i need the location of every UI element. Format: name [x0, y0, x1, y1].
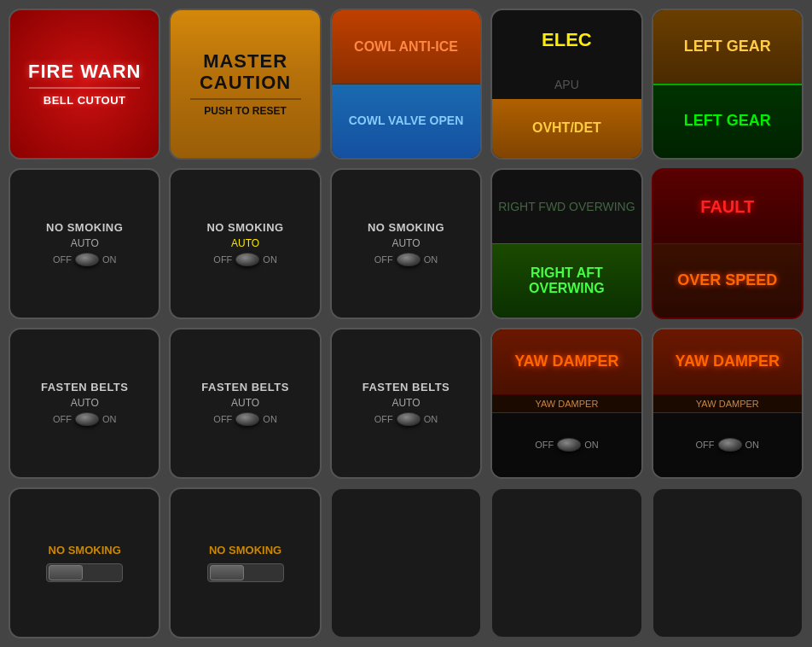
no-smoking-3-knob[interactable] — [397, 253, 420, 266]
no-smoking-2-button[interactable]: NO SMOKING AUTO OFF ON — [169, 168, 321, 319]
fire-warn-button[interactable]: FIRE WARN BELL CUTOUT — [9, 9, 160, 160]
gear-top-label: LEFT GEAR — [684, 38, 771, 55]
fault-button[interactable]: FAULT OVER SPEED — [652, 168, 803, 319]
fasten-belts-3-row: OFF ON — [374, 412, 438, 426]
fasten-belts-1-title: FASTEN BELTS — [41, 381, 129, 393]
yaw-damper-2-top-label: YAW DAMPER — [676, 353, 780, 370]
gear-top: LEFT GEAR — [653, 10, 802, 84]
no-smoking-3-off-label: OFF — [374, 254, 393, 265]
fasten-belts-2-off-label: OFF — [213, 414, 232, 424]
yaw-damper-1-top-label: YAW DAMPER — [514, 353, 618, 370]
master-caution-divider — [190, 98, 301, 100]
yaw-damper-1-mid-label: YAW DAMPER — [535, 399, 598, 409]
cowl-anti-ice-button[interactable]: COWL ANTI-ICE COWL VALVE OPEN — [330, 9, 482, 160]
fasten-belts-2-knob[interactable] — [235, 412, 259, 426]
fire-warn-bottom-label: BELL CUTOUT — [44, 94, 126, 107]
fault-bottom-label: OVER SPEED — [677, 272, 777, 289]
fault-top-label: FAULT — [700, 197, 754, 217]
yaw-damper-2-off-label: OFF — [696, 440, 715, 450]
yaw-damper-1-knob[interactable] — [557, 438, 581, 452]
fire-warn-top-label: FIRE WARN — [28, 61, 141, 82]
no-smoking-1-off-label: OFF — [53, 254, 72, 265]
no-smoking-3-button[interactable]: NO SMOKING AUTO OFF ON — [330, 168, 482, 319]
yaw-damper-1-button[interactable]: YAW DAMPER YAW DAMPER OFF ON — [490, 328, 642, 479]
elec-button[interactable]: ELEC APU OVHT/DET — [490, 9, 642, 160]
master-caution-button[interactable]: MASTER CAUTION PUSH TO RESET — [169, 9, 321, 160]
no-smoking-2-on-label: ON — [263, 254, 277, 265]
fasten-belts-2-title: FASTEN BELTS — [201, 381, 289, 393]
no-smoking-2-title: NO SMOKING — [206, 221, 283, 234]
fault-bottom: OVER SPEED — [653, 243, 802, 318]
yaw-damper-2-top: YAW DAMPER — [653, 329, 802, 394]
yaw-damper-1-top: YAW DAMPER — [492, 329, 641, 394]
fasten-belts-3-button[interactable]: FASTEN BELTS AUTO OFF ON — [330, 328, 482, 479]
fasten-belts-1-off-label: OFF — [53, 414, 72, 424]
yaw-damper-1-mid: YAW DAMPER — [492, 394, 641, 412]
fasten-belts-2-auto: AUTO — [231, 397, 259, 409]
elec-mid-label: APU — [554, 78, 579, 91]
no-smoking-slide-2-handle[interactable] — [210, 565, 244, 580]
master-caution-bottom-label: PUSH TO RESET — [204, 105, 286, 117]
empty-button-1 — [330, 487, 482, 638]
yaw-damper-2-button[interactable]: YAW DAMPER YAW DAMPER OFF ON — [652, 328, 803, 479]
no-smoking-slide-2-title: NO SMOKING — [209, 544, 281, 557]
no-smoking-slide-1-title: NO SMOKING — [49, 544, 121, 557]
yaw-damper-1-off-label: OFF — [535, 440, 554, 450]
fasten-belts-1-auto: AUTO — [71, 397, 99, 409]
fasten-belts-3-auto: AUTO — [392, 397, 420, 409]
elec-bottom: OVHT/DET — [492, 99, 641, 158]
no-smoking-1-knob[interactable] — [75, 253, 99, 266]
no-smoking-slide-1-switch[interactable] — [46, 563, 123, 582]
empty-button-2 — [490, 487, 642, 638]
control-panel: FIRE WARN BELL CUTOUT MASTER CAUTION PUS… — [0, 0, 812, 647]
no-smoking-3-auto: AUTO — [392, 237, 420, 249]
fasten-belts-3-knob[interactable] — [397, 412, 420, 426]
overwing-bottom-label: RIGHT AFT OVERWING — [492, 265, 641, 295]
cowl-top: COWL ANTI-ICE — [332, 10, 480, 84]
left-gear-button[interactable]: LEFT GEAR LEFT GEAR — [652, 9, 803, 160]
fasten-belts-1-knob[interactable] — [75, 412, 99, 426]
empty-button-3 — [652, 487, 803, 638]
no-smoking-2-knob[interactable] — [235, 253, 259, 266]
fasten-belts-1-button[interactable]: FASTEN BELTS AUTO OFF ON — [9, 328, 160, 479]
yaw-damper-2-mid-label: YAW DAMPER — [696, 399, 759, 409]
no-smoking-slide-1-handle[interactable] — [49, 565, 83, 580]
no-smoking-3-row: OFF ON — [374, 253, 438, 266]
elec-top: ELEC — [492, 10, 641, 69]
gear-bottom: LEFT GEAR — [653, 84, 802, 159]
fasten-belts-3-off-label: OFF — [374, 414, 393, 424]
gear-bottom-label: LEFT GEAR — [684, 113, 771, 130]
no-smoking-1-row: OFF ON — [53, 253, 117, 266]
no-smoking-slide-2-button[interactable]: NO SMOKING — [169, 487, 321, 638]
no-smoking-slide-1-button[interactable]: NO SMOKING — [9, 487, 160, 638]
no-smoking-2-auto: AUTO — [231, 237, 259, 249]
fasten-belts-3-title: FASTEN BELTS — [362, 381, 450, 393]
yaw-damper-2-knob[interactable] — [718, 438, 742, 452]
fasten-belts-2-button[interactable]: FASTEN BELTS AUTO OFF ON — [169, 328, 321, 479]
elec-top-label: ELEC — [542, 29, 592, 51]
no-smoking-2-row: OFF ON — [213, 253, 277, 266]
yaw-damper-1-on-label: ON — [584, 440, 599, 450]
no-smoking-3-on-label: ON — [424, 254, 438, 265]
master-caution-top-label: MASTER CAUTION — [176, 51, 314, 92]
fasten-belts-1-on-label: ON — [102, 414, 117, 424]
overwing-top: RIGHT FWD OVERWING — [492, 170, 641, 243]
yaw-damper-2-mid: YAW DAMPER — [653, 394, 802, 412]
cowl-top-label: COWL ANTI-ICE — [354, 39, 458, 55]
fasten-belts-2-row: OFF ON — [213, 412, 277, 426]
no-smoking-1-title: NO SMOKING — [46, 221, 123, 234]
fault-top: FAULT — [653, 170, 802, 243]
fasten-belts-2-on-label: ON — [263, 414, 277, 424]
no-smoking-3-title: NO SMOKING — [368, 221, 444, 234]
yaw-damper-1-bottom: OFF ON — [492, 412, 641, 478]
overwing-button[interactable]: RIGHT FWD OVERWING RIGHT AFT OVERWING — [490, 168, 642, 319]
no-smoking-1-button[interactable]: NO SMOKING AUTO OFF ON — [9, 168, 160, 319]
elec-mid: APU — [492, 69, 641, 99]
overwing-bottom: RIGHT AFT OVERWING — [492, 243, 641, 318]
elec-bottom-label: OVHT/DET — [532, 120, 601, 136]
no-smoking-slide-2-switch[interactable] — [207, 563, 284, 582]
cowl-bottom: COWL VALVE OPEN — [332, 84, 480, 158]
yaw-damper-2-bottom: OFF ON — [653, 412, 802, 478]
no-smoking-1-on-label: ON — [102, 254, 117, 265]
no-smoking-2-off-label: OFF — [213, 254, 232, 265]
